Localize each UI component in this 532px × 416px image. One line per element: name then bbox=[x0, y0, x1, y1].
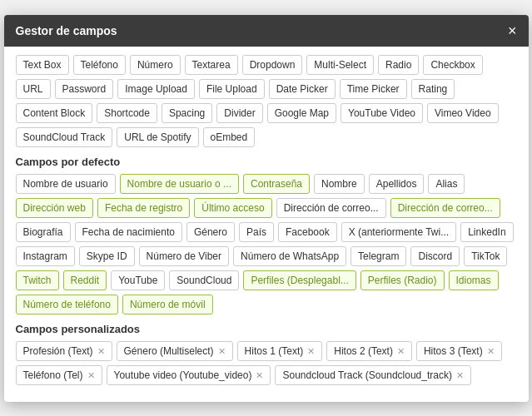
tag-remove-icon[interactable]: ✕ bbox=[397, 346, 405, 356]
tag[interactable]: YouTube Video bbox=[341, 103, 423, 123]
tag[interactable]: Contraseña bbox=[243, 174, 310, 194]
tag-remove-icon[interactable]: ✕ bbox=[456, 370, 464, 380]
tag[interactable]: Número de WhatsApp bbox=[233, 246, 346, 266]
tag[interactable]: Multi-Select bbox=[306, 55, 374, 75]
tag[interactable]: Género (Multiselect)✕ bbox=[117, 341, 233, 361]
tag[interactable]: Divider bbox=[216, 103, 262, 123]
tag[interactable]: X (anteriormente Twi... bbox=[341, 222, 457, 242]
tag[interactable]: Radio bbox=[378, 55, 419, 75]
tag[interactable]: Dropdown bbox=[242, 55, 303, 75]
tag[interactable]: Vimeo Video bbox=[427, 103, 499, 123]
tag[interactable]: Rating bbox=[411, 79, 455, 99]
tag[interactable]: File Upload bbox=[199, 79, 265, 99]
tag[interactable]: Facebook bbox=[278, 222, 337, 242]
tag[interactable]: Instagram bbox=[16, 246, 75, 266]
tag[interactable]: Shortcode bbox=[97, 103, 157, 123]
tag[interactable]: Alias bbox=[428, 174, 465, 194]
tag[interactable]: Apellidos bbox=[369, 174, 425, 194]
tag[interactable]: Fecha de nacimiento bbox=[75, 222, 182, 242]
tag[interactable]: Teléfono (Tel)✕ bbox=[16, 365, 102, 385]
tag[interactable]: TikTok bbox=[464, 246, 507, 266]
close-button[interactable]: × bbox=[508, 23, 517, 38]
section-title: Campos personalizados bbox=[16, 323, 517, 335]
tag[interactable]: Nombre de usuario bbox=[16, 174, 116, 194]
tag[interactable]: Hitos 1 (Text)✕ bbox=[237, 341, 323, 361]
tag[interactable]: LinkedIn bbox=[460, 222, 513, 242]
modal: Gestor de campos × Text BoxTeléfonoNúmer… bbox=[4, 15, 529, 402]
tag-remove-icon[interactable]: ✕ bbox=[307, 346, 315, 356]
tag[interactable]: Dirección de correo... bbox=[390, 198, 500, 218]
tag[interactable]: Número bbox=[130, 55, 181, 75]
tag-remove-icon[interactable]: ✕ bbox=[256, 370, 263, 380]
section-tags-row: Profesión (Text)✕Género (Multiselect)✕Hi… bbox=[16, 341, 517, 385]
tag[interactable]: Perfiles (Radio) bbox=[360, 270, 445, 290]
tag-remove-icon[interactable]: ✕ bbox=[87, 370, 95, 380]
tag[interactable]: Nombre bbox=[314, 174, 365, 194]
tag[interactable]: Teléfono bbox=[73, 55, 126, 75]
tag[interactable]: Hitos 3 (Text)✕ bbox=[416, 341, 502, 361]
tag[interactable]: Checkbox bbox=[423, 55, 482, 75]
tag[interactable]: Textarea bbox=[185, 55, 238, 75]
modal-header: Gestor de campos × bbox=[4, 15, 529, 47]
tag-remove-icon[interactable]: ✕ bbox=[97, 346, 105, 356]
tag[interactable]: SoundCloud bbox=[169, 270, 239, 290]
tag[interactable]: Spacing bbox=[162, 103, 212, 123]
tag[interactable]: oEmbed bbox=[203, 127, 256, 147]
tag[interactable]: País bbox=[239, 222, 274, 242]
tag[interactable]: Número de Viber bbox=[139, 246, 230, 266]
tag[interactable]: Nombre de usuario o ... bbox=[120, 174, 239, 194]
tag[interactable]: Número de móvil bbox=[122, 295, 213, 314]
modal-body: Text BoxTeléfonoNúmeroTextareaDropdownMu… bbox=[4, 47, 529, 402]
tag[interactable]: URL de Spotify bbox=[117, 127, 198, 147]
tag[interactable]: Date Picker bbox=[269, 79, 336, 99]
tag[interactable]: Telegram bbox=[351, 246, 406, 266]
tag[interactable]: Image Upload bbox=[117, 79, 195, 99]
tag[interactable]: Fecha de registro bbox=[97, 198, 190, 218]
tag[interactable]: URL bbox=[16, 79, 51, 99]
tag[interactable]: Profesión (Text)✕ bbox=[16, 341, 112, 361]
top-tags-row: Text BoxTeléfonoNúmeroTextareaDropdownMu… bbox=[16, 55, 517, 147]
tag[interactable]: Google Map bbox=[267, 103, 336, 123]
tag-remove-icon[interactable]: ✕ bbox=[218, 346, 226, 356]
tag[interactable]: Número de teléfono bbox=[16, 295, 118, 314]
tag-remove-icon[interactable]: ✕ bbox=[487, 346, 495, 356]
tag[interactable]: Text Box bbox=[16, 55, 69, 75]
tag[interactable]: Idiomas bbox=[449, 270, 499, 290]
tag[interactable]: Perfiles (Desplegabl... bbox=[243, 270, 355, 290]
tag[interactable]: Discord bbox=[410, 246, 460, 266]
tag[interactable]: Twitch bbox=[16, 270, 59, 290]
section-title: Campos por defecto bbox=[16, 156, 517, 168]
tag[interactable]: Youtube video (Youtube_video)✕ bbox=[107, 365, 271, 385]
tag[interactable]: SoundCloud Track bbox=[16, 127, 113, 147]
modal-title: Gestor de campos bbox=[16, 24, 117, 37]
tag[interactable]: Último acceso bbox=[194, 198, 271, 218]
tag[interactable]: Dirección web bbox=[16, 198, 93, 218]
tag[interactable]: Password bbox=[55, 79, 114, 99]
section-tags-row: Nombre de usuarioNombre de usuario o ...… bbox=[16, 174, 517, 314]
tag[interactable]: Género bbox=[186, 222, 235, 242]
tag[interactable]: YouTube bbox=[111, 270, 165, 290]
tag[interactable]: Soundcloud Track (Soundcloud_track)✕ bbox=[275, 365, 470, 385]
tag[interactable]: Reddit bbox=[63, 270, 107, 290]
tag[interactable]: Time Picker bbox=[340, 79, 407, 99]
tag[interactable]: Skype ID bbox=[79, 246, 135, 266]
tag[interactable]: Hitos 2 (Text)✕ bbox=[326, 341, 412, 361]
tag[interactable]: Dirección de correo... bbox=[276, 198, 386, 218]
tag[interactable]: Biografía bbox=[16, 222, 71, 242]
tag[interactable]: Content Block bbox=[16, 103, 93, 123]
